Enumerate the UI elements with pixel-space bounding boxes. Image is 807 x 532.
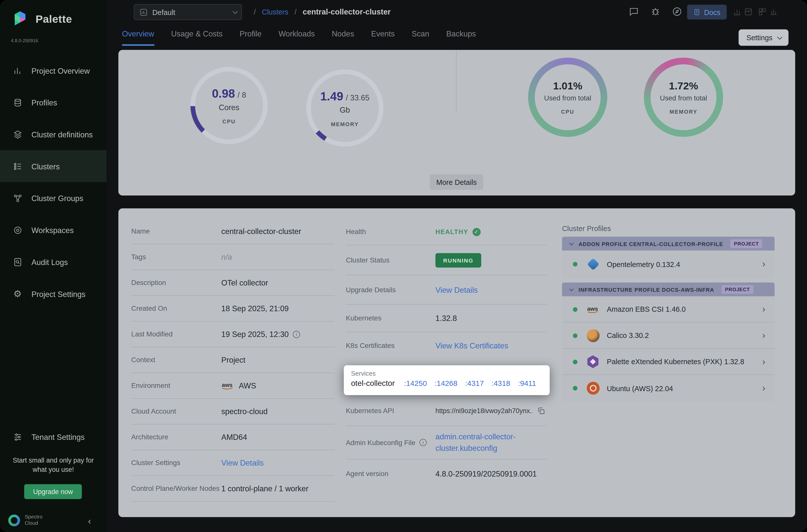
service-port-link[interactable]: :14268 xyxy=(434,379,457,387)
profile-pack-row[interactable]: Opentelemetry 0.132.4 › xyxy=(562,250,775,278)
detail-row: Control Plane/Worker Nodes 1 control-pla… xyxy=(131,476,335,502)
sidebar-item-label: Tenant Settings xyxy=(32,432,85,441)
project-selector[interactable]: Default xyxy=(134,4,242,20)
cpu-total-percent: 1.01% xyxy=(544,80,592,92)
profile-pack-row[interactable]: Calico 3.30.2 › xyxy=(562,323,775,349)
sidebar-item-label: Workspaces xyxy=(32,226,74,234)
project-selector-value: Default xyxy=(152,8,175,16)
tab-nodes[interactable]: Nodes xyxy=(332,29,354,46)
sidebar-item-tenant-settings[interactable]: Tenant Settings xyxy=(0,426,107,448)
tab-events[interactable]: Events xyxy=(371,29,394,46)
cpu-total-donut: 1.01% Used from total CPU xyxy=(528,58,607,137)
settings-button[interactable]: Settings xyxy=(738,29,789,46)
cluster-settings-link[interactable]: View Details xyxy=(221,458,264,467)
detail-row: Name central-collector-cluster xyxy=(131,219,335,245)
info-icon[interactable]: i xyxy=(419,439,427,446)
chevron-right-icon: › xyxy=(762,330,765,341)
cpu-total-caption: Used from total xyxy=(544,94,592,102)
cluster-profiles-title: Cluster Profiles xyxy=(562,224,611,232)
upgrade-promo-text: Start small and only pay for what you us… xyxy=(8,456,98,475)
memory-usage-unit: Gb xyxy=(320,105,370,114)
service-port-link[interactable]: :4318 xyxy=(491,379,510,387)
service-port-link[interactable]: :4317 xyxy=(465,379,484,387)
cluster-name-value: central-collector-cluster xyxy=(221,227,301,235)
project-icon xyxy=(139,8,148,16)
sidebar-item-project-settings[interactable]: ⚙ Project Settings xyxy=(0,278,107,310)
svg-text:aws: aws xyxy=(587,305,598,312)
service-port-link[interactable]: :9411 xyxy=(518,379,536,387)
chevron-down-icon xyxy=(569,286,574,291)
palette-logo: Palette xyxy=(0,0,107,29)
more-details-button[interactable]: More Details xyxy=(430,174,483,190)
kubeconfig-download-link[interactable]: admin.central-collector-cluster.kubeconf… xyxy=(435,431,527,454)
spectro-cloud-brand: Spectro Cloud xyxy=(25,514,51,526)
memory-total-percent: 1.72% xyxy=(660,80,707,92)
sidebar-item-clusters[interactable]: Clusters xyxy=(0,150,107,182)
created-on-value: 18 Sep 2025, 21:09 xyxy=(221,304,289,313)
cpu-usage-label: CPU xyxy=(212,118,246,125)
sidebar-collapse-icon[interactable]: ‹ xyxy=(88,516,91,526)
cluster-status-row: Cluster Status RUNNING xyxy=(346,246,546,275)
profile-pack-row[interactable]: Ubuntu (AWS) 22.04 › xyxy=(562,375,775,401)
detail-row: Cloud Account spectro-cloud xyxy=(131,399,335,424)
tab-workloads[interactable]: Workloads xyxy=(279,29,315,46)
check-icon: ✓ xyxy=(472,228,481,236)
sidebar-item-audit-logs[interactable]: Audit Logs xyxy=(0,246,107,278)
sidebar-item-workspaces[interactable]: Workspaces xyxy=(0,214,107,246)
sidebar-item-cluster-definitions[interactable]: Cluster definitions xyxy=(0,118,107,150)
settings-button-label: Settings xyxy=(746,34,772,42)
tab-usage-costs[interactable]: Usage & Costs xyxy=(171,29,223,46)
spectro-cloud-logo-icon xyxy=(8,514,20,526)
cpu-usage-unit: Cores xyxy=(212,103,246,111)
sidebar-item-label: Cluster definitions xyxy=(32,130,93,139)
upgrade-details-link[interactable]: View Details xyxy=(435,285,478,294)
tab-scan[interactable]: Scan xyxy=(412,29,429,46)
toolbar-extra-icon xyxy=(742,6,754,18)
tab-profile[interactable]: Profile xyxy=(240,29,262,46)
tab-backups[interactable]: Backups xyxy=(446,29,476,46)
profile-pack-row[interactable]: Palette eXtended Kubernetes (PXK) 1.32.8… xyxy=(562,349,775,375)
ubuntu-icon xyxy=(586,381,600,395)
service-ports: :14250 :14268 :4317 :4318 :9411 xyxy=(404,379,536,387)
chevron-right-icon: › xyxy=(762,259,765,269)
tab-overview[interactable]: Overview xyxy=(122,29,154,46)
cpu-usage-total: / 8 xyxy=(238,90,246,99)
sidebar-item-cluster-groups[interactable]: Cluster Groups xyxy=(0,182,107,214)
breadcrumb-current: central-collector-cluster xyxy=(303,7,391,16)
sidebar-item-profiles[interactable]: Profiles xyxy=(0,87,107,118)
health-row: Health HEALTHY ✓ xyxy=(346,219,546,246)
layers-icon xyxy=(12,129,22,139)
infra-profile-header[interactable]: INFRASTRUCTURE PROFILE DOCS-AWS-INFRA PR… xyxy=(562,283,775,297)
service-port-link[interactable]: :14250 xyxy=(404,379,427,387)
compass-icon[interactable] xyxy=(671,5,683,18)
services-panel: Services otel-collector :14250 :14268 :4… xyxy=(344,365,550,395)
kubeconfig-row: Admin Kubeconfig File i admin.central-co… xyxy=(346,426,546,460)
detail-row: Tags n/a xyxy=(131,245,335,270)
docs-button[interactable]: Docs xyxy=(687,5,727,20)
profile-pack-row[interactable]: aws Amazon EBS CSI 1.46.0 › xyxy=(562,297,775,323)
sidebar-item-label: Audit Logs xyxy=(32,258,68,266)
clusters-icon xyxy=(12,161,22,171)
status-badge: RUNNING xyxy=(435,253,481,267)
copy-icon[interactable] xyxy=(536,405,547,416)
k8s-certificates-link[interactable]: View K8s Certificates xyxy=(435,341,508,350)
description-value: OTel collector xyxy=(221,278,268,287)
info-icon[interactable]: i xyxy=(293,331,300,338)
kubernetes-api-row: Kubernetes API https://ni9ozje18ivwoy2ah… xyxy=(346,396,546,426)
divider xyxy=(456,50,456,113)
cluster-status-list: Health HEALTHY ✓ Cluster Status RUNNING … xyxy=(346,219,546,488)
docs-icon xyxy=(693,8,700,16)
detail-row: Architecture AMD64 xyxy=(131,424,335,450)
audit-icon xyxy=(12,257,22,267)
bug-icon[interactable] xyxy=(649,5,661,18)
kubernetes-api-value: https://ni9ozje18ivwoy2ah70ynx... xyxy=(435,407,533,415)
sidebar-item-project-overview[interactable]: Project Overview xyxy=(0,54,107,87)
metrics-card: 0.98 / 8 Cores CPU 1.49 / 33.65 Gb MEMOR… xyxy=(118,50,795,195)
upgrade-now-button[interactable]: Upgrade now xyxy=(24,484,82,499)
breadcrumb-clusters-link[interactable]: Clusters xyxy=(262,7,288,16)
gear-icon: ⚙ xyxy=(12,289,22,299)
aws-icon: aws xyxy=(221,381,235,390)
addon-profile-header[interactable]: ADDON PROFILE CENTRAL-COLLECTOR-PROFILE … xyxy=(562,237,775,251)
detail-row: Description OTel collector xyxy=(131,270,335,296)
chat-icon[interactable] xyxy=(627,5,640,18)
